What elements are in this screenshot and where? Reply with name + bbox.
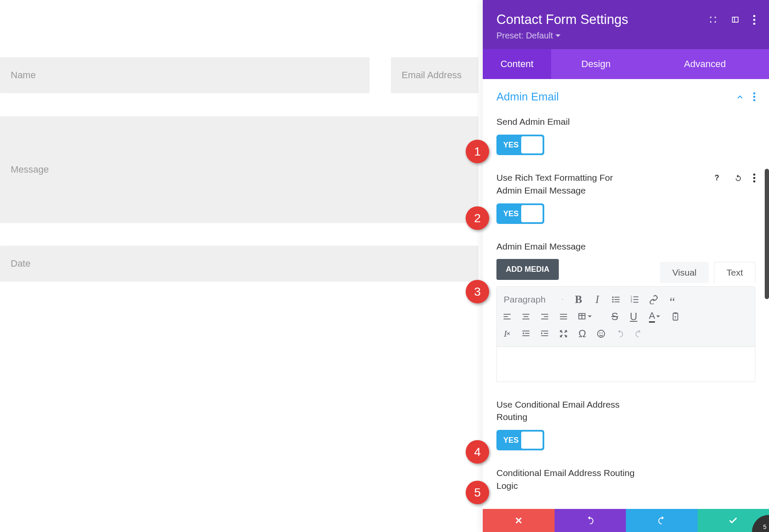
svg-rect-18 [541, 314, 549, 314]
redo-button[interactable] [626, 509, 698, 532]
align-right-icon[interactable] [538, 310, 552, 323]
table-icon[interactable] [575, 310, 593, 323]
strikethrough-icon[interactable]: S [608, 310, 622, 323]
toggle-send-admin-email[interactable]: YES [496, 135, 544, 155]
svg-rect-15 [522, 314, 530, 314]
italic-icon[interactable]: I [590, 293, 604, 306]
option-label: Admin Email Message [496, 240, 637, 253]
svg-text:T: T [674, 315, 676, 319]
bullet-list-icon[interactable] [609, 293, 623, 306]
editor-toolbar: Paragraph B I 123 “ S U [496, 286, 755, 347]
tab-advanced[interactable]: Advanced [641, 49, 769, 79]
svg-point-2 [612, 299, 614, 300]
toggle-rich-text[interactable]: YES [496, 203, 544, 224]
add-media-button[interactable]: ADD MEDIA [496, 259, 559, 280]
help-icon[interactable]: ? [710, 171, 723, 184]
email-input[interactable]: Email Address [391, 57, 478, 93]
svg-rect-11 [633, 302, 638, 303]
link-icon[interactable] [647, 293, 660, 306]
emoji-icon[interactable] [594, 327, 608, 341]
option-label: Conditional Email Address Routing Logic [496, 467, 637, 492]
date-input[interactable]: Date [0, 246, 478, 282]
option-label: Send Admin Email [496, 115, 570, 128]
more-icon[interactable] [753, 15, 755, 25]
expand-icon[interactable] [709, 15, 717, 24]
svg-rect-3 [614, 299, 619, 300]
panel-header: Contact Form Settings Preset: Default [483, 0, 769, 49]
editor-tab-text[interactable]: Text [714, 262, 755, 283]
underline-icon[interactable]: U [627, 310, 640, 323]
svg-point-37 [599, 332, 600, 333]
scrollbar[interactable] [765, 169, 769, 299]
clear-format-icon[interactable]: I✕ [500, 327, 514, 341]
svg-rect-17 [522, 318, 530, 319]
svg-point-4 [612, 301, 614, 303]
svg-rect-28 [674, 312, 677, 314]
undo-button[interactable] [555, 509, 626, 532]
number-list-icon[interactable]: 123 [628, 293, 642, 306]
undo-icon[interactable] [613, 327, 627, 341]
svg-rect-32 [522, 335, 530, 336]
option-conditional-routing: Use Conditional Email Address Routing YE… [496, 398, 755, 451]
align-center-icon[interactable] [519, 310, 533, 323]
align-left-icon[interactable] [500, 310, 514, 323]
paste-icon[interactable]: T [669, 310, 682, 323]
svg-rect-23 [560, 318, 567, 319]
toggle-knob [521, 432, 543, 449]
svg-rect-9 [633, 299, 638, 300]
svg-rect-20 [541, 318, 549, 319]
callout-3: 3 [466, 280, 489, 303]
panel-body: Admin Email Send Admin Email YES Use Ric… [483, 79, 769, 506]
svg-rect-7 [633, 296, 638, 297]
section-title[interactable]: Admin Email [496, 90, 559, 103]
panel-footer [483, 509, 769, 532]
columns-icon[interactable] [731, 15, 740, 24]
chevron-up-icon[interactable] [736, 93, 744, 101]
editor-tab-visual[interactable]: Visual [660, 262, 709, 283]
svg-rect-33 [541, 330, 549, 331]
omega-icon[interactable]: Ω [575, 327, 589, 341]
svg-rect-34 [544, 333, 548, 334]
tab-content[interactable]: Content [483, 49, 551, 79]
svg-rect-35 [541, 335, 549, 336]
svg-rect-21 [560, 314, 567, 314]
cancel-button[interactable] [483, 509, 555, 532]
callout-4: 4 [466, 440, 489, 464]
option-admin-message: Admin Email Message ADD MEDIA Visual Tex… [496, 240, 755, 382]
section-more-icon[interactable] [753, 92, 755, 101]
bold-icon[interactable]: B [572, 293, 585, 306]
caret-down-icon [555, 33, 561, 38]
panel-title: Contact Form Settings [496, 12, 628, 27]
message-textarea[interactable]: Message [0, 116, 478, 223]
redo-icon[interactable] [632, 327, 646, 341]
option-conditional-logic: Conditional Email Address Routing Logic [496, 467, 755, 492]
svg-point-0 [612, 296, 614, 298]
placeholder: Message [11, 164, 49, 175]
option-rich-text: Use Rich Text Formatting For Admin Email… [496, 171, 755, 224]
svg-rect-30 [522, 330, 530, 331]
textcolor-icon[interactable]: A [646, 310, 663, 323]
editor-textarea[interactable] [496, 347, 755, 382]
preset-dropdown[interactable]: Preset: Default [496, 31, 755, 41]
quote-icon[interactable]: “ [666, 293, 679, 306]
svg-rect-16 [524, 316, 528, 317]
option-send-admin-email: Send Admin Email YES [496, 115, 755, 155]
option-label: Use Rich Text Formatting For Admin Email… [496, 171, 637, 197]
svg-rect-5 [614, 301, 619, 302]
align-justify-icon[interactable] [557, 310, 570, 323]
fullscreen-icon[interactable] [557, 327, 570, 341]
form-preview: Name Email Address Message Date [0, 0, 478, 532]
name-input[interactable]: Name [0, 57, 370, 93]
indent-icon[interactable] [538, 327, 552, 341]
svg-text:3: 3 [631, 300, 632, 303]
toggle-conditional-routing[interactable]: YES [496, 430, 544, 450]
reset-icon[interactable] [732, 171, 745, 184]
option-more-icon[interactable] [753, 173, 755, 182]
tab-design[interactable]: Design [551, 49, 641, 79]
svg-rect-31 [525, 333, 529, 334]
svg-rect-13 [504, 316, 508, 317]
placeholder: Email Address [402, 70, 462, 81]
outdent-icon[interactable] [519, 327, 533, 341]
svg-point-38 [602, 332, 603, 333]
format-select[interactable]: Paragraph [500, 294, 566, 305]
